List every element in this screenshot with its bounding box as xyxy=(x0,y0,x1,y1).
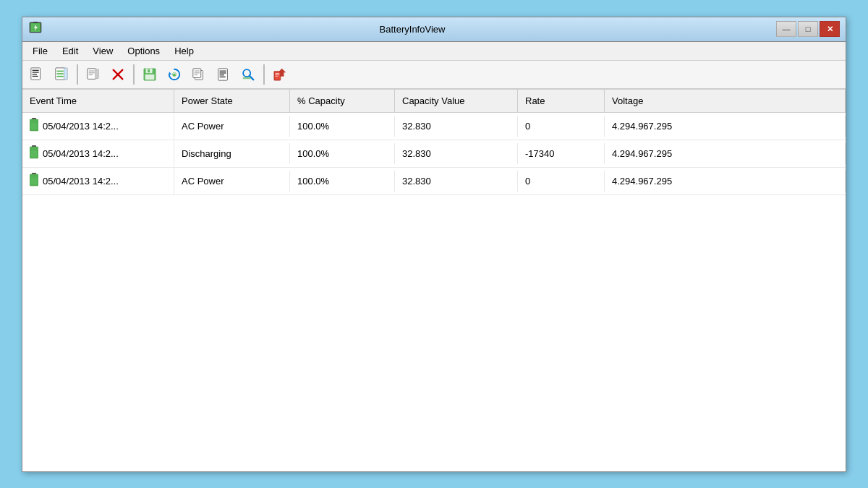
svg-rect-38 xyxy=(220,76,226,77)
svg-rect-18 xyxy=(89,72,95,73)
cell-voltage: 4.294.967.295 xyxy=(605,171,846,192)
battery-status-icon xyxy=(30,173,38,189)
window-title: BatteryInfoView xyxy=(48,24,776,35)
svg-rect-32 xyxy=(195,72,200,73)
toolbar-view-list-button[interactable] xyxy=(50,64,73,85)
toolbar-copy-button[interactable] xyxy=(187,64,210,85)
table-body: 05/04/2013 14:2...AC Power100.0%32.83004… xyxy=(22,113,846,471)
maximize-button[interactable]: □ xyxy=(798,21,818,37)
info-document-icon xyxy=(30,67,44,82)
cell-power-state: AC Power xyxy=(174,171,290,192)
svg-rect-25 xyxy=(148,69,150,72)
menu-file[interactable]: File xyxy=(25,43,55,59)
menu-help[interactable]: Help xyxy=(167,43,201,59)
svg-rect-8 xyxy=(33,72,39,72)
svg-rect-33 xyxy=(195,74,198,75)
report-icon xyxy=(216,67,231,82)
toolbar xyxy=(22,61,846,90)
cell-capacity-val: 32.830 xyxy=(395,143,518,164)
toolbar-delete-button[interactable] xyxy=(106,64,129,85)
toolbar-export-button[interactable] xyxy=(268,64,292,85)
column-header-capacity-pct: % Capacity xyxy=(290,90,395,112)
svg-rect-44 xyxy=(276,73,279,74)
svg-rect-53 xyxy=(32,145,36,147)
svg-rect-16 xyxy=(88,68,96,79)
table-header: Event Time Power State % Capacity Capaci… xyxy=(22,90,846,113)
svg-rect-20 xyxy=(95,69,99,78)
svg-rect-26 xyxy=(145,74,155,80)
copy-icon xyxy=(192,67,206,82)
svg-rect-15 xyxy=(64,67,68,79)
save-icon xyxy=(142,67,157,82)
menu-edit[interactable]: Edit xyxy=(55,43,85,59)
cell-power-state: AC Power xyxy=(174,116,290,137)
event-time-text: 05/04/2013 14:2... xyxy=(43,148,119,159)
table-row[interactable]: 05/04/2013 14:2...AC Power100.0%32.83004… xyxy=(22,168,846,195)
cell-capacity-pct: 100.0% xyxy=(290,171,395,192)
svg-rect-10 xyxy=(33,75,38,76)
svg-rect-7 xyxy=(33,69,39,70)
svg-rect-19 xyxy=(89,74,93,75)
event-time-text: 05/04/2013 14:2... xyxy=(43,176,119,187)
table-area: Event Time Power State % Capacity Capaci… xyxy=(22,90,846,471)
svg-rect-62 xyxy=(31,175,38,178)
column-header-voltage: Voltage xyxy=(605,90,846,112)
column-header-capacity-val: Capacity Value xyxy=(395,90,518,112)
svg-rect-57 xyxy=(31,147,38,150)
find-icon xyxy=(241,67,255,82)
battery-status-icon xyxy=(30,145,38,162)
cell-capacity-val: 32.830 xyxy=(395,171,518,192)
toolbar-find-button[interactable] xyxy=(237,64,260,85)
cell-rate: 0 xyxy=(518,116,605,137)
column-header-power-state: Power State xyxy=(174,90,290,112)
table-row[interactable]: 05/04/2013 14:2...Discharging100.0%32.83… xyxy=(22,140,846,168)
cell-event-time: 05/04/2013 14:2... xyxy=(22,168,174,194)
svg-rect-46 xyxy=(276,75,278,76)
main-window: BatteryInfoView — □ ✕ File Edit View Opt… xyxy=(22,17,846,472)
toolbar-save-button[interactable] xyxy=(138,64,161,85)
svg-rect-31 xyxy=(195,70,200,71)
svg-rect-17 xyxy=(89,70,95,71)
title-bar: BatteryInfoView — □ ✕ xyxy=(22,17,846,42)
table-row[interactable]: 05/04/2013 14:2...AC Power100.0%32.83004… xyxy=(22,113,846,140)
svg-rect-14 xyxy=(57,75,64,77)
minimize-button[interactable]: — xyxy=(776,21,796,37)
toolbar-report-button[interactable] xyxy=(212,64,235,85)
svg-rect-52 xyxy=(31,120,38,123)
edit-icon xyxy=(86,67,101,82)
export-icon xyxy=(273,67,287,82)
cell-capacity-pct: 100.0% xyxy=(290,116,395,137)
svg-rect-9 xyxy=(33,74,37,74)
menu-options[interactable]: Options xyxy=(120,43,167,59)
svg-rect-12 xyxy=(57,70,64,72)
cell-rate: 0 xyxy=(518,171,605,192)
event-time-text: 05/04/2013 14:2... xyxy=(43,121,119,132)
cell-event-time: 05/04/2013 14:2... xyxy=(22,140,174,167)
svg-rect-13 xyxy=(57,73,64,74)
toolbar-edit-button[interactable] xyxy=(82,64,105,85)
menu-view[interactable]: View xyxy=(85,43,120,59)
battery-status-icon xyxy=(30,118,38,134)
toolbar-separator-2 xyxy=(133,64,135,85)
close-button[interactable]: ✕ xyxy=(820,21,840,37)
svg-rect-36 xyxy=(220,72,226,73)
column-header-event-time: Event Time xyxy=(22,90,174,112)
refresh-icon xyxy=(167,67,182,82)
toolbar-refresh-button[interactable] xyxy=(163,64,186,85)
cell-event-time: 05/04/2013 14:2... xyxy=(22,113,174,140)
column-header-rate: Rate xyxy=(518,90,605,112)
cell-capacity-val: 32.830 xyxy=(395,116,518,137)
svg-rect-58 xyxy=(32,173,36,174)
svg-rect-1 xyxy=(33,22,38,23)
cell-power-state: Discharging xyxy=(174,143,290,164)
svg-rect-45 xyxy=(276,74,279,75)
svg-rect-48 xyxy=(32,118,36,119)
cell-voltage: 4.294.967.295 xyxy=(605,143,846,164)
delete-icon xyxy=(111,67,125,82)
cell-rate: -17340 xyxy=(518,143,605,164)
svg-rect-41 xyxy=(243,77,251,79)
toolbar-view-info-button[interactable] xyxy=(25,64,48,85)
app-icon xyxy=(28,22,43,36)
toolbar-separator-1 xyxy=(77,64,78,85)
cell-capacity-pct: 100.0% xyxy=(290,143,395,164)
